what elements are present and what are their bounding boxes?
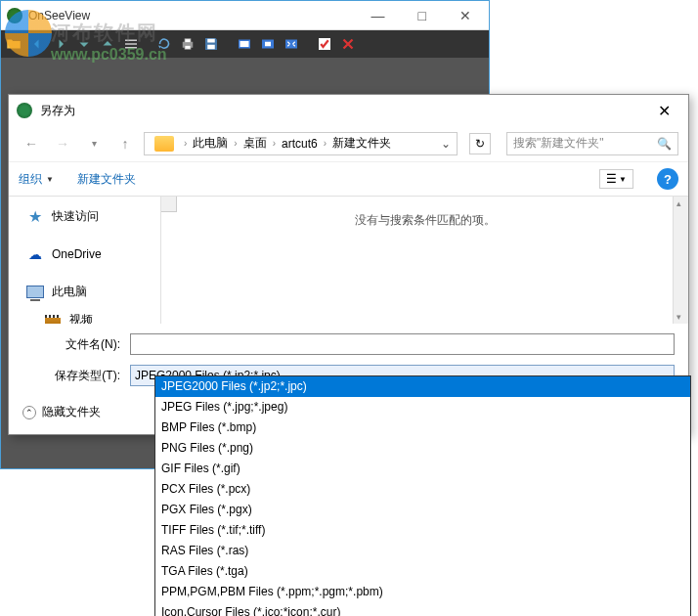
dialog-icon (17, 103, 32, 118)
star-icon: ★ (26, 209, 44, 225)
filetype-option[interactable]: TGA Files (*.tga) (155, 561, 690, 582)
breadcrumb-item-newfolder[interactable]: 新建文件夹 (332, 135, 391, 152)
cloud-icon: ☁ (26, 246, 44, 262)
filetype-label: 保存类型(T): (22, 368, 130, 384)
nav-up-button[interactable]: ↑ (112, 131, 138, 156)
maximize-button[interactable]: □ (411, 6, 434, 25)
svg-rect-9 (285, 40, 297, 49)
new-folder-button[interactable]: 新建文件夹 (77, 171, 136, 188)
sidebar: ★ 快速访问 ☁ OneDrive 此电脑 视频 (9, 197, 161, 324)
rotate-icon[interactable] (153, 33, 175, 55)
sidebar-item-this-pc[interactable]: 此电脑 (9, 278, 160, 306)
svg-rect-2 (185, 46, 191, 50)
dialog-toolbar: 组织▼ 新建文件夹 ☰ ▼ ? (9, 161, 688, 197)
help-button[interactable]: ? (657, 168, 678, 190)
breadcrumb-dropdown-icon[interactable]: ⌄ (441, 137, 451, 151)
vertical-scrollbar[interactable] (673, 197, 688, 324)
refresh-button[interactable]: ↻ (469, 133, 491, 154)
nav-forward-button[interactable]: → (50, 131, 75, 156)
main-titlebar: OnSeeView — □ ✕ (1, 1, 489, 30)
svg-rect-6 (240, 41, 249, 47)
minimize-button[interactable]: — (364, 6, 393, 25)
dialog-titlebar: 另存为 ✕ (9, 95, 688, 126)
scrollbar-corner (161, 197, 177, 212)
app-icon (7, 8, 22, 23)
breadcrumb-item-desktop[interactable]: 桌面 (243, 135, 267, 152)
search-placeholder: 搜索"新建文件夹" (513, 135, 604, 152)
filetype-option[interactable]: GIF Files (*.gif) (155, 459, 690, 479)
window-controls: — □ ✕ (364, 6, 479, 25)
check-icon[interactable] (314, 33, 335, 55)
app-title: OnSeeView (28, 9, 364, 22)
main-toolbar (1, 30, 489, 58)
nav-forward-icon[interactable] (50, 33, 71, 55)
filename-input[interactable] (130, 333, 675, 355)
dialog-title: 另存为 (40, 103, 648, 119)
filetype-option[interactable]: JPEG Files (*.jpg;*.jpeg) (155, 397, 690, 418)
svg-rect-3 (207, 39, 215, 43)
folder-open-icon[interactable] (3, 33, 24, 55)
filename-label: 文件名(N): (22, 336, 130, 353)
search-icon: 🔍 (657, 137, 672, 151)
dialog-close-button[interactable]: ✕ (648, 100, 680, 122)
fit-window-icon[interactable] (234, 33, 255, 55)
actual-size-icon[interactable] (257, 33, 279, 55)
svg-rect-4 (207, 45, 215, 50)
view-mode-button[interactable]: ☰ ▼ (599, 169, 633, 189)
save-icon[interactable] (200, 33, 222, 55)
file-list-area[interactable]: 没有与搜索条件匹配的项。 (161, 197, 688, 324)
delete-icon[interactable] (337, 33, 359, 55)
breadcrumb-sep: › (184, 138, 187, 149)
sidebar-item-quick-access[interactable]: ★ 快速访问 (9, 202, 160, 231)
hide-folders-toggle[interactable]: ⌃ 隐藏文件夹 (22, 404, 101, 420)
svg-rect-8 (265, 42, 271, 47)
filetype-option[interactable]: PGX Files (*.pgx) (155, 500, 690, 520)
dialog-nav-bar: ← → ▾ ↑ › 此电脑 › 桌面 › artcut6 › 新建文件夹 ⌄ ↻… (9, 126, 688, 161)
filetype-option[interactable]: PNG Files (*.png) (155, 438, 690, 459)
breadcrumb-bar[interactable]: › 此电脑 › 桌面 › artcut6 › 新建文件夹 ⌄ (144, 132, 458, 155)
nav-back-icon[interactable] (26, 33, 48, 55)
sidebar-item-onedrive[interactable]: ☁ OneDrive (9, 241, 160, 268)
search-input[interactable]: 搜索"新建文件夹" 🔍 (506, 132, 678, 155)
breadcrumb-item-artcut[interactable]: artcut6 (282, 137, 318, 151)
nav-recent-dropdown[interactable]: ▾ (81, 131, 107, 156)
fullscreen-icon[interactable] (281, 33, 302, 55)
breadcrumb-item-pc[interactable]: 此电脑 (193, 135, 228, 152)
print-icon[interactable] (177, 33, 198, 55)
filetype-option[interactable]: RAS Files (*.ras) (155, 541, 690, 561)
filetype-option[interactable]: PCX Files (*.pcx) (155, 479, 690, 500)
dialog-body: ★ 快速访问 ☁ OneDrive 此电脑 视频 没有与搜索条件匹配的项。 (9, 197, 688, 324)
sidebar-item-video[interactable]: 视频 (9, 306, 160, 324)
pc-icon (26, 285, 44, 300)
filetype-option[interactable]: BMP Files (*.bmp) (155, 418, 690, 438)
empty-folder-message: 没有与搜索条件匹配的项。 (355, 212, 496, 229)
filetype-option[interactable]: Icon,Cursor Files (*.ico;*icon;*.cur) (155, 602, 690, 616)
svg-rect-1 (185, 39, 191, 43)
list-icon[interactable] (120, 33, 142, 55)
folder-icon (154, 136, 174, 152)
filetype-option[interactable]: TIFF Files (*.tif;*.tiff) (155, 520, 690, 541)
nav-down-icon[interactable] (73, 33, 95, 55)
video-icon (44, 313, 62, 325)
collapse-icon: ⌃ (22, 406, 36, 419)
filetype-option[interactable]: JPEG2000 Files (*.jp2;*.jpc) (155, 376, 690, 397)
nav-up-icon[interactable] (97, 33, 118, 55)
close-button[interactable]: ✕ (452, 6, 479, 25)
filetype-dropdown-list[interactable]: JPEG2000 Files (*.jp2;*.jpc) JPEG Files … (154, 375, 691, 616)
organize-menu[interactable]: 组织▼ (19, 171, 54, 188)
filetype-option[interactable]: PPM,PGM,PBM Files (*.ppm;*.pgm;*.pbm) (155, 582, 690, 602)
nav-back-button[interactable]: ← (19, 131, 44, 156)
